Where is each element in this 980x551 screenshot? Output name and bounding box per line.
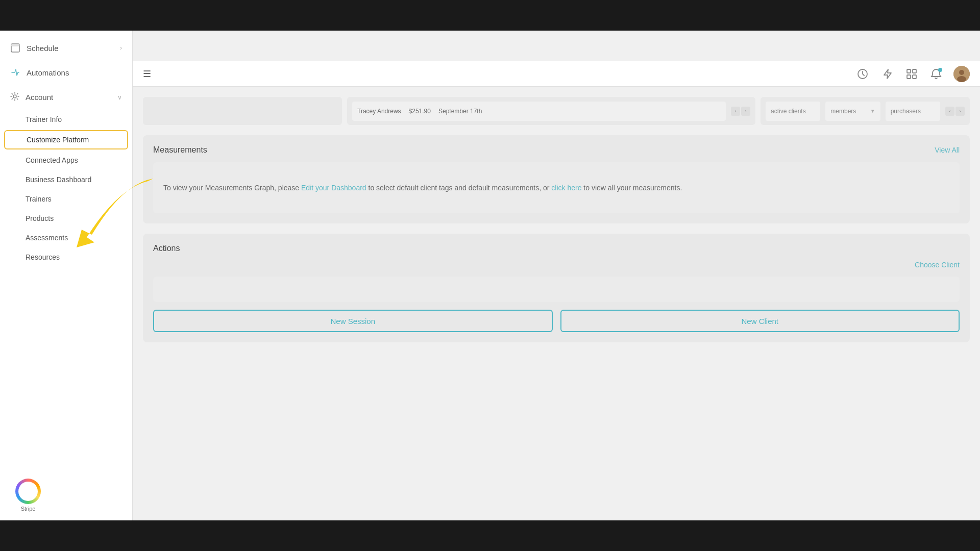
svg-rect-5 [913,69,916,73]
sidebar-connected-apps-label: Connected Apps [26,156,78,164]
sidebar-item-schedule[interactable]: Schedule › [0,36,132,60]
sidebar-products-label: Products [26,214,54,222]
members-display: members ▼ [825,102,880,121]
top-data-cards: Tracey Andrews $251.90 September 17th ‹ … [143,97,970,125]
sidebar-trainers-label: Trainers [26,195,52,203]
top-header: ☰ [133,61,980,87]
sidebar-resources-label: Resources [26,253,60,261]
automations-icon [10,67,20,78]
sidebar-item-automations-label: Automations [27,68,69,77]
chevron-down-icon: ∨ [117,94,122,101]
measurements-title: Measurements [153,145,207,155]
scroll-left-btn[interactable]: ‹ [731,107,740,116]
purchasers-display: purchasers [886,102,940,121]
chevron-right-icon: › [120,44,122,52]
notification-dot [938,68,942,72]
sidebar-item-schedule-label: Schedule [27,44,59,53]
measurements-section: Measurements View All To view your Measu… [143,135,970,223]
client-data-row: Tracey Andrews $251.90 September 17th [352,102,726,121]
bolt-icon[interactable] [880,67,894,81]
header-right [855,66,970,82]
svg-point-9 [959,70,964,75]
actions-header: Actions [153,244,960,253]
sidebar-item-connected-apps[interactable]: Connected Apps [0,151,132,170]
action-buttons: New Session New Client [153,310,960,332]
sidebar-item-trainers[interactable]: Trainers [0,189,132,209]
account-gear-icon [10,92,19,103]
members-label: members [830,108,856,115]
right-scroll-left-btn[interactable]: ‹ [945,107,954,116]
choose-client-row: Choose Client [153,261,960,269]
sidebar-item-business-dashboard[interactable]: Business Dashboard [0,170,132,189]
purchasers-label: purchasers [891,108,921,115]
scroll-right-btn[interactable]: › [741,107,750,116]
sidebar: Schedule › Automations Account ∨ Trainer [0,31,133,520]
svg-rect-4 [907,69,911,73]
view-all-link[interactable]: View All [935,146,960,154]
clock-icon[interactable] [855,67,870,81]
active-clients-display: active clients [766,102,820,121]
card-scroll-controls: ‹ › [731,107,750,116]
measurements-middle-text: to select default client tags and defaul… [369,184,550,192]
client-name: Tracey Andrews [357,108,401,115]
sidebar-assessments-label: Assessments [26,234,68,242]
schedule-icon [10,43,20,53]
top-card-right: active clients members ▼ purchasers ‹ › [761,97,970,125]
edit-dashboard-link[interactable]: Edit your Dashboard [301,184,366,192]
measurements-body-text: To view your Measurements Graph, please [163,184,299,192]
measurements-end-text: to view all your measurements. [583,184,682,192]
actions-section: Actions Choose Client New Session New Cl… [143,234,970,342]
svg-point-2 [13,95,16,98]
actions-title: Actions [153,244,180,253]
client-amount: $251.90 [409,108,431,115]
right-scroll-controls: ‹ › [945,107,965,116]
bell-icon[interactable] [929,67,943,81]
sidebar-item-assessments[interactable]: Assessments [0,228,132,247]
hamburger-icon[interactable]: ☰ [143,68,151,80]
sidebar-item-customize-platform[interactable]: Customize Platform [4,130,128,149]
sidebar-item-resources[interactable]: Resources [0,247,132,267]
client-date: September 17th [438,108,482,115]
grid-icon[interactable] [904,67,919,81]
top-card-left [143,97,342,125]
new-session-button[interactable]: New Session [153,310,553,332]
measurements-body: To view your Measurements Graph, please … [153,162,960,213]
svg-rect-1 [11,44,19,46]
measurements-text: To view your Measurements Graph, please … [163,182,682,193]
stripe-section[interactable]: Stripe [10,477,46,513]
svg-rect-6 [907,75,911,79]
sidebar-account-label: Account [26,93,53,102]
dropdown-icon: ▼ [870,108,875,114]
stripe-inner [18,482,38,501]
sidebar-item-products[interactable]: Products [0,209,132,228]
new-client-button[interactable]: New Client [560,310,960,332]
sidebar-section-account[interactable]: Account ∨ [0,85,132,110]
client-input-area [153,277,960,302]
svg-rect-7 [913,75,916,79]
sidebar-trainer-info-label: Trainer Info [26,115,62,123]
svg-point-10 [957,76,966,82]
choose-client-link[interactable]: Choose Client [915,261,960,269]
avatar[interactable] [953,66,970,82]
stripe-circle-icon [15,479,41,504]
sidebar-business-dashboard-label: Business Dashboard [26,176,91,184]
click-here-link[interactable]: click here [551,184,581,192]
sidebar-customize-platform-label: Customize Platform [27,136,89,144]
measurements-header: Measurements View All [153,145,960,155]
active-clients-label: active clients [771,108,806,115]
stripe-label: Stripe [21,506,36,512]
content-area: Tracey Andrews $251.90 September 17th ‹ … [133,87,980,520]
sidebar-item-trainer-info[interactable]: Trainer Info [0,110,132,129]
right-scroll-right-btn[interactable]: › [955,107,965,116]
sidebar-item-automations[interactable]: Automations [0,60,132,85]
top-card-middle: Tracey Andrews $251.90 September 17th ‹ … [347,97,755,125]
